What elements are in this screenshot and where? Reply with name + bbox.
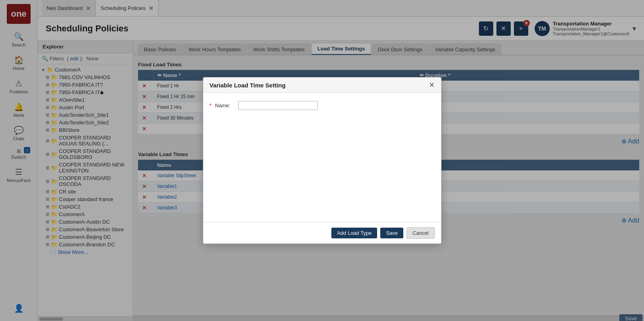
modal-overlay: Variable Load Time Setting ✕ * Name: Add… <box>0 0 644 321</box>
modal-save-button[interactable]: Save <box>380 228 403 238</box>
modal-footer: Add Load Type Save Cancel <box>203 222 441 244</box>
modal-name-label: Name: <box>215 102 235 108</box>
modal-name-field: * Name: <box>210 101 435 110</box>
modal-name-input[interactable] <box>238 101 318 110</box>
modal-header: Variable Load Time Setting ✕ <box>203 77 441 93</box>
modal-title: Variable Load Time Setting <box>210 82 286 89</box>
modal-close-button[interactable]: ✕ <box>429 81 435 89</box>
modal-cancel-button[interactable]: Cancel <box>407 227 434 239</box>
add-load-type-button[interactable]: Add Load Type <box>331 228 377 238</box>
modal-required-indicator: * <box>210 102 214 108</box>
modal-body: * Name: <box>203 93 441 222</box>
variable-load-time-modal: Variable Load Time Setting ✕ * Name: Add… <box>203 77 442 244</box>
